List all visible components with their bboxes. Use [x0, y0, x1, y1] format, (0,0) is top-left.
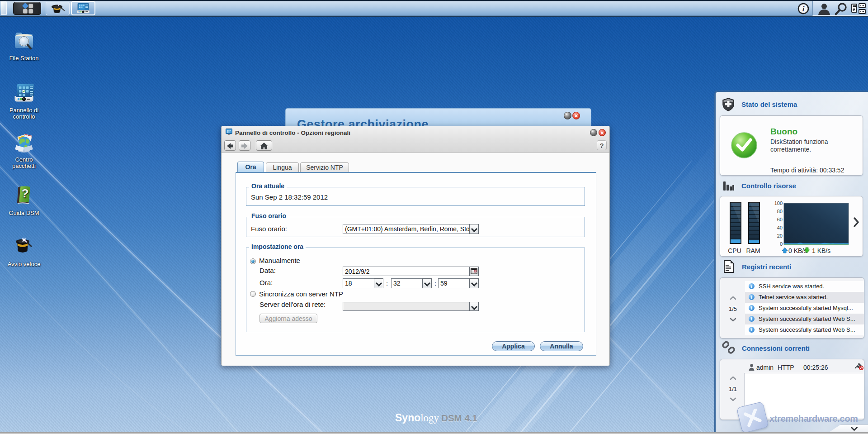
svg-text:?: ? [21, 186, 29, 200]
svg-text:0: 0 [780, 241, 783, 247]
svg-text:80: 80 [777, 209, 783, 214]
svg-text:i: i [802, 5, 805, 13]
svg-text:1 KB/s: 1 KB/s [812, 247, 830, 254]
svg-text:CPU: CPU [728, 247, 741, 254]
svg-text:60: 60 [777, 217, 783, 222]
svg-text:0 KB/s: 0 KB/s [788, 247, 807, 254]
svg-text:20: 20 [777, 233, 783, 238]
svg-text:40: 40 [777, 225, 783, 230]
svg-text:100: 100 [774, 200, 783, 206]
svg-text:RAM: RAM [746, 247, 760, 254]
